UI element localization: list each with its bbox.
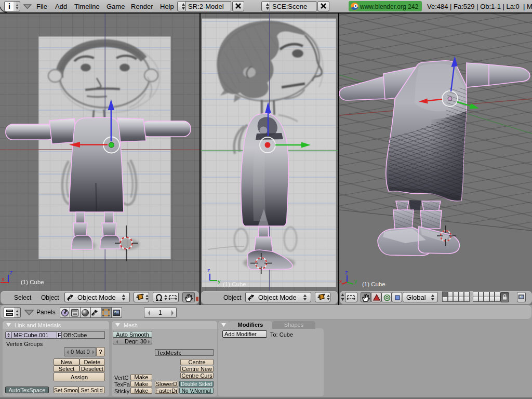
svg-text:(1) Cube: (1) Cube: [223, 281, 246, 287]
svg-text:x: x: [339, 278, 342, 284]
svg-text:(1) Cube: (1) Cube: [362, 281, 385, 287]
svg-text:z: z: [10, 269, 13, 275]
svg-text:z: z: [207, 267, 210, 273]
svg-text:x: x: [2, 276, 5, 282]
svg-text:y: y: [354, 278, 357, 284]
svg-text:y: y: [218, 278, 221, 284]
svg-text:(1) Cube: (1) Cube: [21, 279, 44, 285]
svg-text:z: z: [345, 269, 348, 275]
